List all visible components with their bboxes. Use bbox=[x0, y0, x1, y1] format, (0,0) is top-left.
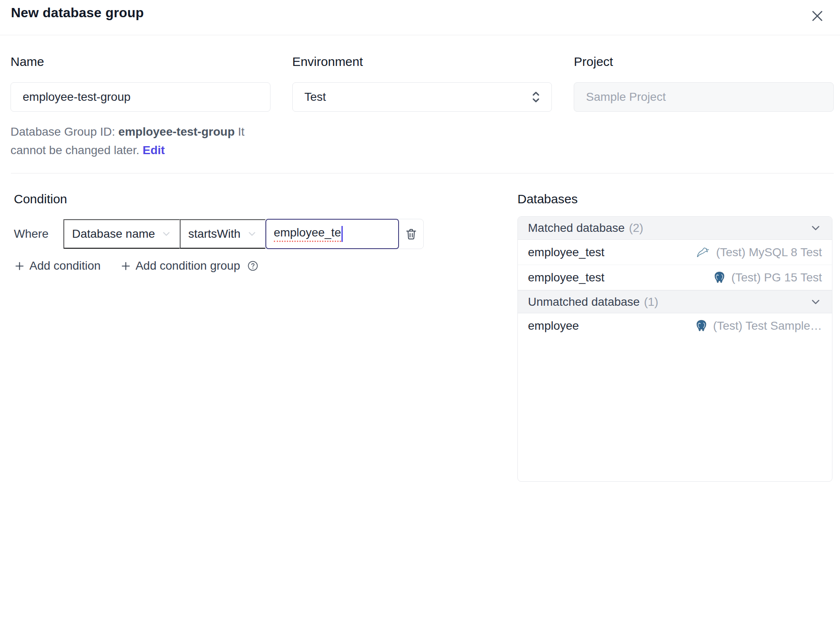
where-label: Where bbox=[14, 227, 48, 241]
database-row[interactable]: employee (Test) Test Sample… bbox=[518, 313, 832, 339]
mysql-dolphin-icon bbox=[696, 246, 711, 259]
matched-database-count: (2) bbox=[629, 221, 643, 235]
database-name: employee_test bbox=[528, 246, 604, 259]
databases-title: Databases bbox=[517, 192, 832, 206]
question-circle-icon bbox=[247, 260, 259, 272]
condition-operator-select[interactable]: startsWith bbox=[180, 219, 265, 249]
edit-group-id-link[interactable]: Edit bbox=[142, 144, 165, 157]
page-title: New database group bbox=[11, 5, 144, 21]
group-id-value: employee-test-group bbox=[118, 125, 235, 138]
database-row[interactable]: employee_test (Test) MySQL 8 Test bbox=[518, 240, 832, 265]
chevron-down-icon bbox=[247, 228, 257, 239]
database-instance: (Test) PG 15 Test bbox=[713, 271, 822, 284]
text-caret bbox=[341, 226, 343, 242]
condition-group: Database name startsWith employee_te bbox=[63, 219, 423, 249]
database-row[interactable]: employee_test (Test) PG 15 Test bbox=[518, 265, 832, 290]
delete-condition-button[interactable] bbox=[399, 219, 423, 249]
updown-chevrons-icon bbox=[530, 90, 542, 104]
unmatched-database-label: Unmatched database bbox=[528, 295, 640, 309]
close-icon bbox=[810, 8, 825, 24]
name-field-group: Name Database Group ID: employee-test-gr… bbox=[10, 55, 270, 160]
databases-section: Databases Matched database (2) employee_… bbox=[517, 192, 832, 482]
database-instance: (Test) Test Sample… bbox=[695, 319, 822, 333]
database-instance: (Test) MySQL 8 Test bbox=[696, 246, 822, 259]
project-field-group: Project bbox=[574, 55, 834, 160]
condition-value-input[interactable]: employee_te bbox=[265, 219, 399, 249]
trash-icon bbox=[404, 227, 418, 241]
condition-section: Condition Where Database name startsWith bbox=[11, 192, 517, 273]
condition-title: Condition bbox=[14, 192, 517, 206]
dialog-header: New database group bbox=[0, 0, 840, 35]
project-label: Project bbox=[574, 55, 834, 69]
database-instance-label: (Test) PG 15 Test bbox=[731, 271, 822, 284]
environment-select[interactable]: Test bbox=[292, 82, 552, 112]
databases-panel: Matched database (2) employee_test (Test… bbox=[517, 216, 832, 482]
postgres-elephant-icon bbox=[713, 271, 726, 284]
database-name: employee_test bbox=[528, 271, 604, 284]
name-label: Name bbox=[10, 55, 270, 69]
matched-database-header[interactable]: Matched database (2) bbox=[518, 217, 832, 240]
name-input[interactable] bbox=[10, 82, 270, 112]
condition-value-text: employee_te bbox=[274, 226, 341, 242]
plus-icon bbox=[120, 260, 131, 272]
condition-actions: Add condition Add condition group bbox=[14, 259, 517, 273]
add-condition-group-label: Add condition group bbox=[136, 259, 240, 273]
postgres-elephant-icon bbox=[695, 319, 708, 333]
matched-database-label: Matched database bbox=[528, 221, 625, 235]
chevron-down-icon bbox=[161, 228, 172, 239]
unmatched-database-header[interactable]: Unmatched database (1) bbox=[518, 290, 832, 313]
chevron-down-icon bbox=[809, 296, 822, 308]
environment-selected-value: Test bbox=[304, 90, 326, 104]
condition-help-button[interactable] bbox=[247, 260, 259, 272]
add-condition-button[interactable]: Add condition bbox=[14, 259, 101, 273]
form-section: Name Database Group ID: employee-test-gr… bbox=[0, 35, 840, 160]
close-button[interactable] bbox=[807, 6, 827, 26]
environment-field-group: Environment Test bbox=[292, 55, 552, 160]
add-condition-group-button[interactable]: Add condition group bbox=[120, 259, 240, 273]
database-name: employee bbox=[528, 319, 579, 333]
environment-label: Environment bbox=[292, 55, 552, 69]
condition-operator-value: startsWith bbox=[188, 227, 240, 241]
group-id-note: Database Group ID: employee-test-group I… bbox=[10, 123, 270, 160]
database-instance-label: (Test) MySQL 8 Test bbox=[716, 246, 822, 259]
plus-icon bbox=[14, 260, 25, 272]
unmatched-database-count: (1) bbox=[644, 295, 658, 309]
database-instance-label: (Test) Test Sample… bbox=[713, 319, 822, 333]
condition-factor-value: Database name bbox=[72, 227, 155, 241]
condition-row: Where Database name startsWith employee_… bbox=[14, 219, 517, 249]
project-input bbox=[574, 82, 834, 112]
group-id-note-prefix: Database Group ID: bbox=[10, 125, 118, 138]
condition-factor-select[interactable]: Database name bbox=[63, 219, 180, 249]
chevron-down-icon bbox=[809, 222, 822, 234]
add-condition-label: Add condition bbox=[29, 259, 101, 273]
